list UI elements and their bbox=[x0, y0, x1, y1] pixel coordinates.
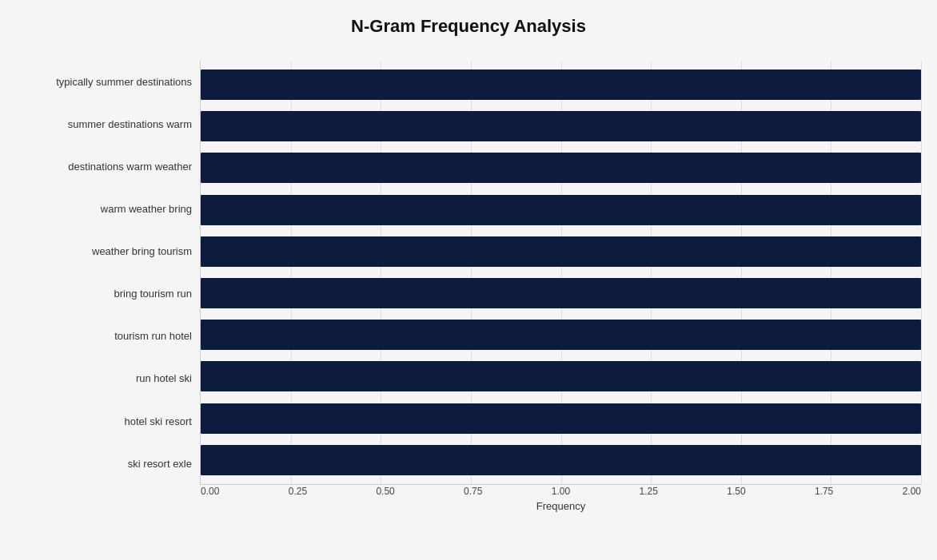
bar bbox=[201, 320, 921, 350]
x-tick: 1.00 bbox=[552, 486, 570, 497]
y-label: destinations warm weather bbox=[16, 146, 192, 188]
y-label: weather bring tourism bbox=[16, 231, 192, 272]
bar bbox=[201, 445, 921, 475]
chart-area: typically summer destinationssummer dest… bbox=[16, 61, 921, 485]
x-tick: 0.50 bbox=[376, 486, 394, 497]
bar-row bbox=[201, 150, 921, 185]
chart-container: N-Gram Frequency Analysis typically summ… bbox=[0, 0, 937, 560]
x-tick: 1.50 bbox=[727, 486, 745, 497]
grid-line bbox=[921, 61, 922, 484]
x-ticks: 0.000.250.500.751.001.251.501.752.00 bbox=[201, 486, 921, 497]
y-label: warm weather bring bbox=[16, 189, 192, 230]
x-tick: 2.00 bbox=[903, 486, 921, 497]
bar-row bbox=[201, 443, 921, 478]
y-label: summer destinations warm bbox=[16, 104, 192, 145]
bar bbox=[201, 236, 921, 267]
x-tick: 1.75 bbox=[815, 486, 833, 497]
x-axis: 0.000.250.500.751.001.251.501.752.00 Fre… bbox=[201, 486, 921, 512]
bar-row bbox=[201, 276, 921, 311]
bar bbox=[201, 70, 921, 100]
bar-row bbox=[201, 234, 921, 269]
chart-title: N-Gram Frequency Analysis bbox=[16, 16, 921, 37]
y-label: bring tourism run bbox=[16, 273, 192, 315]
y-axis: typically summer destinationssummer dest… bbox=[16, 61, 200, 485]
bar bbox=[201, 111, 921, 141]
bar-row bbox=[201, 67, 921, 102]
y-label: tourism run hotel bbox=[16, 316, 192, 357]
bar-row bbox=[201, 109, 921, 144]
y-label: run hotel ski bbox=[16, 358, 192, 399]
y-label: hotel ski resort bbox=[16, 400, 192, 442]
x-tick: 1.25 bbox=[640, 486, 658, 497]
bars-container bbox=[201, 61, 921, 484]
plot-area: 0.000.250.500.751.001.251.501.752.00 Fre… bbox=[200, 61, 921, 485]
bar bbox=[201, 153, 921, 183]
bar-row bbox=[201, 401, 921, 436]
x-axis-label: Frequency bbox=[201, 500, 921, 512]
y-label: ski resort exle bbox=[16, 443, 192, 484]
bar-row bbox=[201, 193, 921, 228]
x-tick: 0.00 bbox=[201, 486, 219, 497]
bar-row bbox=[201, 359, 921, 394]
bar-row bbox=[201, 317, 921, 352]
x-tick: 0.25 bbox=[289, 486, 307, 497]
bar bbox=[201, 361, 921, 391]
y-label: typically summer destinations bbox=[16, 62, 192, 103]
bar bbox=[201, 403, 921, 434]
x-tick: 0.75 bbox=[464, 486, 482, 497]
bar bbox=[201, 195, 921, 225]
bar bbox=[201, 278, 921, 308]
